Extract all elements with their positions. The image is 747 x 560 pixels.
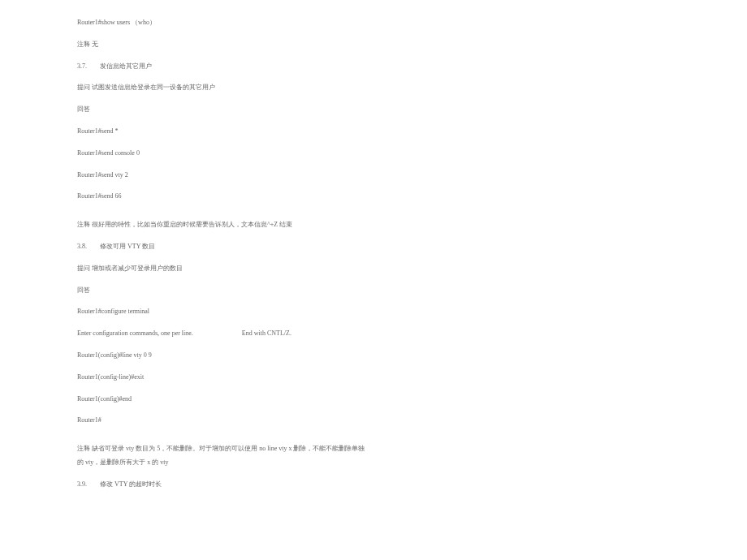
text-line: 提问 试图发送信息给登录在同一设备的其它用户	[77, 83, 674, 93]
command-line: Router1#	[77, 416, 674, 426]
spacer	[77, 437, 674, 444]
command-line: Router1(config)#line vty 0 9	[77, 351, 674, 361]
text-line: 的 vty，是删除所有大于 x 的 vty	[77, 458, 674, 468]
command-line: Router1#send vty 2	[77, 170, 674, 181]
section-heading: 3.7. 发信息给其它用户	[77, 62, 674, 72]
text-line: 回答	[77, 105, 674, 115]
section-heading: 3.9. 修改 VTY 的超时时长	[77, 480, 674, 490]
text-line: Router1#show users （who）	[77, 18, 674, 28]
command-output-part1: Enter configuration commands, one per li…	[77, 330, 193, 337]
text-line: 提问 增加或者减少可登录用户的数目	[77, 264, 674, 274]
section-heading: 3.8. 修改可用 VTY 数目	[77, 242, 674, 252]
command-line: Router1(config)#end	[77, 394, 674, 405]
command-line: Router1#configure terminal	[77, 307, 674, 317]
command-line: Router1#send *	[77, 127, 674, 137]
command-line: Enter configuration commands, one per li…	[77, 329, 674, 339]
command-line: Router1#send 66	[77, 192, 674, 202]
text-line: 注释 无	[77, 40, 674, 50]
spacer	[77, 213, 674, 220]
command-line: Router1#send console 0	[77, 149, 674, 159]
text-line: 回答	[77, 286, 674, 296]
text-line: 注释 很好用的特性，比如当你重启的时候需要告诉别人，文本信息^+Z 结束	[77, 220, 674, 230]
command-output-part2: End with CNTL/Z.	[242, 330, 291, 337]
command-line: Router1(config-line)#exit	[77, 373, 674, 383]
text-line: 注释 缺省可登录 vty 数目为 5，不能删除。对于增加的可以使用 no lin…	[77, 444, 674, 454]
